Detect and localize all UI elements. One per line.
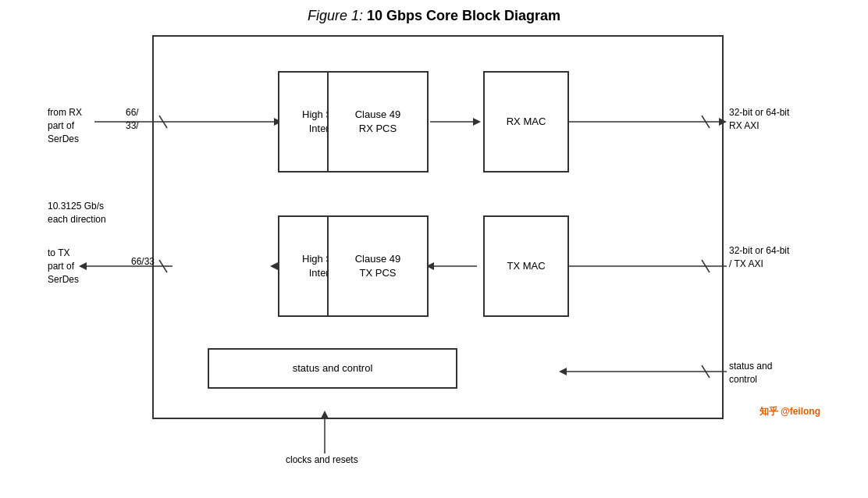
svg-marker-9 bbox=[473, 118, 481, 126]
diagram-area: High SpeedInterface Clause 49RX PCS RX M… bbox=[44, 32, 824, 469]
tx-axi-label: 32-bit or 64-bit/ TX AXI bbox=[729, 244, 789, 271]
watermark: 知乎 @feilong bbox=[760, 405, 820, 418]
rx-pcs-block: Clause 49RX PCS bbox=[327, 71, 429, 173]
figure-title: Figure 1: 10 Gbps Core Block Diagram bbox=[308, 8, 560, 24]
rx-mac-label: RX MAC bbox=[507, 115, 546, 129]
to-tx-label: to TXpart ofSerDes bbox=[48, 247, 79, 286]
data-rate-label: 10.3125 Gb/seach direction bbox=[48, 200, 106, 226]
svg-line-5 bbox=[159, 116, 167, 128]
rx-ratio-label: 66/33/ bbox=[126, 106, 139, 133]
rx-mac-block: RX MAC bbox=[483, 71, 569, 173]
figure-container: Figure 1: 10 Gbps Core Block Diagram bbox=[0, 0, 868, 498]
svg-marker-19 bbox=[270, 262, 278, 270]
tx-ratio-label: 66/33 bbox=[131, 255, 155, 269]
figure-main-title: 10 Gbps Core Block Diagram bbox=[363, 8, 560, 23]
svg-line-25 bbox=[702, 365, 710, 378]
figure-label: Figure 1: bbox=[308, 8, 363, 23]
tx-mac-block: TX MAC bbox=[483, 215, 569, 317]
status-control-right-label: status andcontrol bbox=[729, 360, 772, 386]
status-control-label: status and control bbox=[293, 361, 373, 375]
tx-mac-label: TX MAC bbox=[507, 259, 545, 273]
clocks-resets-label: clocks and resets bbox=[286, 454, 358, 467]
svg-marker-11 bbox=[719, 118, 727, 126]
from-rx-label: from RXpart ofSerDes bbox=[48, 106, 82, 145]
svg-marker-27 bbox=[321, 411, 329, 418]
svg-marker-21 bbox=[79, 262, 87, 270]
rx-pcs-label: Clause 49RX PCS bbox=[355, 108, 401, 136]
diagram-arrows bbox=[44, 32, 824, 469]
svg-line-22 bbox=[159, 260, 167, 272]
status-control-block: status and control bbox=[208, 348, 457, 389]
tx-pcs-label: Clause 49TX PCS bbox=[355, 252, 401, 280]
svg-marker-24 bbox=[559, 368, 567, 375]
svg-line-12 bbox=[702, 116, 710, 128]
rx-axi-label: 32-bit or 64-bitRX AXI bbox=[729, 106, 789, 133]
tx-pcs-block: Clause 49TX PCS bbox=[327, 215, 429, 317]
svg-line-15 bbox=[702, 260, 710, 272]
